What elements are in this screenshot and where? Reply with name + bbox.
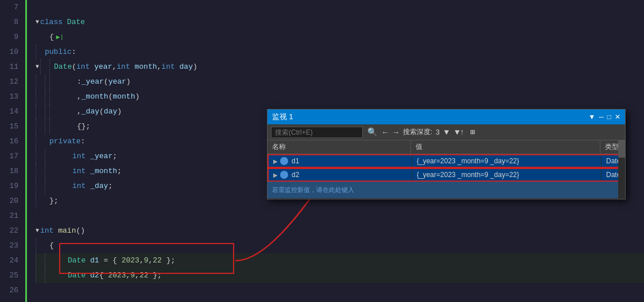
line-num: 13 [0, 89, 18, 104]
watch-row-empty[interactable]: 若需监控新值，请在此处键入 [267, 182, 625, 199]
line-num: 22 [0, 223, 18, 238]
space [63, 15, 67, 30]
num-2023-2: 2023 [108, 268, 126, 283]
watch-toolbar: 🔍 ← → 搜索深度: 3 ▼ ▼↑ ⊞ [267, 124, 625, 140]
paren-close: ) [193, 60, 197, 74]
code-line-7 [36, 0, 644, 15]
space [53, 223, 58, 238]
arrow-left-icon[interactable]: ← [382, 127, 389, 138]
num-22-1: 22 [153, 253, 162, 268]
type-date-1: Date [68, 253, 86, 268]
comma: , [157, 60, 162, 74]
member-day: _day [82, 104, 99, 119]
kw-int-year: int [76, 60, 90, 74]
semi: ; [117, 164, 122, 179]
paren: ( [108, 89, 113, 104]
param-month2: month [112, 89, 135, 104]
filter-icon[interactable]: ▼↑ [453, 127, 465, 138]
colon: : [81, 134, 86, 149]
gutter [23, 0, 30, 302]
space [175, 60, 180, 74]
num-9-2: 9 [130, 268, 135, 283]
kw-int-m: int [72, 164, 86, 179]
var-name-d2: d2 [292, 171, 299, 179]
space [90, 60, 94, 74]
assign: = { [99, 253, 122, 268]
fn-main: main [58, 223, 76, 238]
watch-titlebar: 监视 1 ▼ ─ □ ✕ [267, 109, 625, 124]
code-line-26 [36, 283, 644, 298]
param-year2: year [108, 74, 126, 89]
line-num: 23 [0, 238, 18, 253]
kw-int-y: int [72, 149, 86, 164]
play-icon[interactable]: ▶| [56, 30, 64, 45]
watch-row-d2[interactable]: ▶ d2 {_year=2023 _month=9 _day=22} Date [267, 168, 625, 182]
line-numbers: 7 8 9 10 11 12 13 14 15 16 17 18 19 20 2… [0, 0, 23, 302]
line-num: 7 [0, 0, 18, 15]
var-icon-d2 [280, 171, 288, 179]
comma: , [112, 60, 117, 74]
line-num: 17 [0, 149, 18, 164]
field-day: _day [90, 179, 108, 194]
watch-scrollbar-thumb[interactable] [618, 140, 625, 158]
line-num: 8 [0, 15, 18, 30]
arrow-right-icon[interactable]: → [392, 127, 399, 138]
watch-header: 名称 值 类型 [267, 140, 625, 154]
watch-controls[interactable]: ▼ ─ □ ✕ [588, 113, 620, 121]
line-num: 24 [0, 253, 18, 268]
paren: ( [72, 60, 76, 74]
watch-scrollbar[interactable] [618, 140, 625, 199]
code-line-22: ▼ int main () [36, 223, 644, 238]
watch-row-d1[interactable]: ▶ d1 {_year=2023 _month=9 _day=22} Date [267, 154, 625, 168]
line-num: 11 [0, 60, 18, 74]
paren: ( [99, 104, 104, 119]
param-year: year [94, 60, 112, 74]
watch-cell-name-d1: ▶ d1 [269, 155, 412, 167]
depth-value: 3 [436, 128, 440, 136]
expand-arrow-d2[interactable]: ▶ [273, 172, 278, 178]
space [86, 253, 90, 268]
depth-dropdown-icon[interactable]: ▼ [443, 127, 450, 138]
code-line-21 [36, 209, 644, 223]
kw-int-d: int [72, 179, 86, 194]
code-line-12: : _year ( year ) [36, 74, 644, 89]
num-22-2: 22 [139, 268, 149, 283]
watch-window: 监视 1 ▼ ─ □ ✕ 🔍 ← → 搜索深度: 3 ▼ ▼↑ ⊞ 名称 值 类… [267, 109, 626, 199]
member-month: _month [82, 89, 108, 104]
line-num: 25 [0, 268, 18, 283]
kw-class: class [40, 15, 63, 30]
paren-close: ) [126, 74, 131, 89]
param-day: day [180, 60, 193, 74]
num-2023-1: 2023 [122, 253, 139, 268]
line-num: 26 [0, 283, 18, 298]
kw-int-main: int [40, 223, 53, 238]
expand-icon-22[interactable]: ▼ [36, 223, 39, 238]
expand-icon-8[interactable]: ▼ [36, 15, 39, 30]
settings-icon[interactable]: ⊞ [469, 126, 476, 138]
line-num: 20 [0, 194, 18, 209]
line-num: 19 [0, 179, 18, 194]
search-input[interactable] [271, 127, 363, 138]
end-brace2: }; [149, 268, 162, 283]
search-icon[interactable]: 🔍 [366, 126, 378, 138]
expand-icon-11[interactable]: ▼ [36, 60, 39, 74]
comma: , [126, 268, 130, 283]
paren: ( [104, 74, 108, 89]
line-num: 18 [0, 164, 18, 179]
var-name-d1: d1 [292, 157, 299, 165]
line-num: 10 [0, 45, 18, 60]
paren-close: ) [135, 89, 139, 104]
class-name: Date [67, 15, 85, 30]
expand-arrow-d1[interactable]: ▶ [273, 158, 278, 164]
space [86, 268, 90, 283]
field-year: _year [90, 149, 112, 164]
restore-icon[interactable]: □ [607, 113, 611, 121]
code-line-9: { ▶| [36, 30, 644, 45]
code-line-11: ▼ Date ( int year , int month , int day … [36, 60, 644, 74]
minimize-icon[interactable]: ─ [599, 113, 604, 121]
dropdown-icon[interactable]: ▼ [588, 113, 595, 121]
line-num: 9 [0, 30, 18, 45]
close-icon[interactable]: ✕ [615, 113, 620, 121]
comma: , [149, 253, 153, 268]
parens: () [76, 223, 85, 238]
